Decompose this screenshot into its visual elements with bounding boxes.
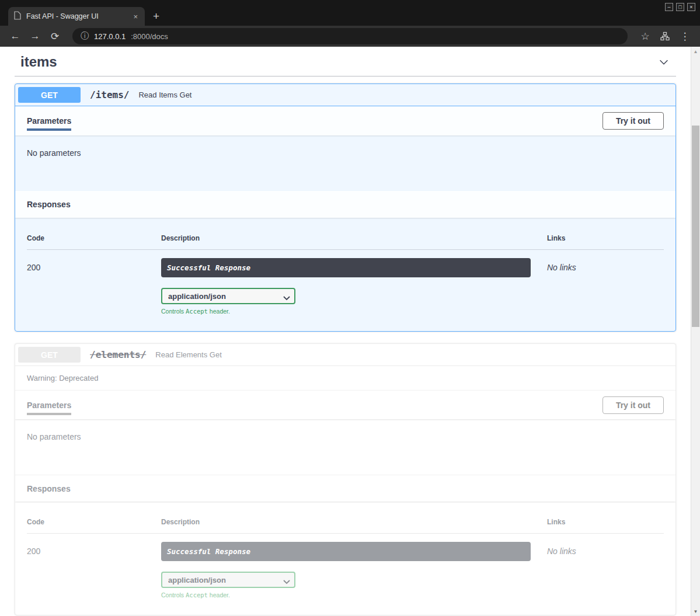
media-type-select[interactable]: application/json: [161, 288, 295, 304]
section-collapse-chevron-icon[interactable]: [657, 55, 670, 68]
accept-note-prefix: Controls: [161, 591, 186, 598]
page-viewport: items GET /items/ Read Items Get Paramet…: [0, 47, 691, 616]
operation-summary[interactable]: GET /elements/ Read Elements Get: [15, 344, 675, 366]
accept-note-code: Accept: [186, 308, 208, 315]
responses-table-header: Code Description Links: [27, 513, 664, 534]
responses-title: Responses: [27, 484, 71, 493]
response-links: No links: [547, 542, 664, 598]
responses-title: Responses: [27, 200, 71, 209]
url-path: :8000/docs: [131, 32, 168, 41]
links-column-header: Links: [547, 234, 664, 242]
operation-summary-text: Read Items Get: [138, 91, 191, 99]
try-it-out-button[interactable]: Try it out: [603, 112, 664, 130]
scrollbar-thumb[interactable]: [692, 126, 699, 327]
response-row: 200 Successful Response application/json…: [27, 250, 664, 315]
responses-header: Responses: [15, 191, 675, 218]
maximize-button[interactable]: □: [676, 3, 684, 11]
try-it-out-button[interactable]: Try it out: [603, 396, 664, 414]
browser-chrome: Fast API - Swagger UI × + – □ × ← → ⟳ ⓘ …: [0, 0, 700, 47]
code-column-header: Code: [27, 234, 161, 242]
tag-title: items: [20, 54, 57, 70]
description-column-header: Description: [161, 518, 547, 526]
accept-note-prefix: Controls: [161, 308, 186, 315]
site-info-icon[interactable]: ⓘ: [81, 31, 89, 41]
back-button[interactable]: ←: [7, 28, 23, 44]
operation-path: /elements/: [86, 349, 149, 360]
reload-button[interactable]: ⟳: [47, 28, 63, 44]
scroll-down-icon[interactable]: ▼: [691, 607, 700, 616]
response-links: No links: [547, 258, 664, 315]
parameters-tab[interactable]: Parameters: [27, 116, 71, 126]
response-description: Successful Response: [161, 542, 531, 561]
minimize-button[interactable]: –: [665, 3, 673, 11]
scroll-up-icon[interactable]: ▲: [691, 47, 700, 56]
no-parameters-text: No parameters: [15, 135, 675, 191]
page-favicon-icon: [14, 11, 21, 22]
tab-strip: Fast API - Swagger UI × + – □ ×: [0, 0, 700, 26]
tab-title: Fast API - Swagger UI: [26, 12, 127, 20]
parameters-header: Parameters Try it out: [15, 390, 675, 419]
links-column-header: Links: [547, 518, 664, 526]
browser-tab[interactable]: Fast API - Swagger UI ×: [8, 7, 145, 26]
response-code: 200: [27, 258, 161, 315]
accept-note-code: Accept: [186, 591, 208, 598]
accept-note-suffix: header.: [208, 591, 230, 598]
forward-button[interactable]: →: [27, 28, 43, 44]
responses-table: Code Description Links 200 Successful Re…: [15, 502, 675, 615]
accept-header-note: Controls Accept header.: [161, 308, 547, 315]
close-button[interactable]: ×: [687, 3, 695, 11]
accept-header-note: Controls Accept header.: [161, 591, 547, 598]
code-column-header: Code: [27, 518, 161, 526]
tag-section-header[interactable]: items: [15, 47, 676, 76]
vertical-scrollbar[interactable]: ▲ ▼: [691, 47, 700, 616]
accept-note-suffix: header.: [208, 308, 230, 315]
response-code: 200: [27, 542, 161, 598]
responses-header: Responses: [15, 475, 675, 502]
tab-close-button[interactable]: ×: [132, 12, 139, 21]
http-method-badge: GET: [18, 87, 81, 103]
deprecated-warning: Warning: Deprecated: [15, 366, 675, 390]
http-method-badge: GET: [18, 347, 81, 363]
menu-button[interactable]: ⋮: [677, 28, 693, 44]
media-type-select[interactable]: application/json: [161, 572, 295, 588]
address-bar[interactable]: ⓘ 127.0.0.1:8000/docs: [72, 28, 628, 44]
operation-get-elements-deprecated: GET /elements/ Read Elements Get Warning…: [15, 343, 676, 615]
url-host: 127.0.0.1: [94, 32, 126, 41]
operation-get-items: GET /items/ Read Items Get Parameters Tr…: [15, 83, 676, 332]
no-parameters-text: No parameters: [15, 419, 675, 475]
operation-summary-text: Read Elements Get: [155, 350, 221, 359]
new-tab-button[interactable]: +: [153, 11, 159, 22]
description-column-header: Description: [161, 234, 547, 242]
responses-table-header: Code Description Links: [27, 229, 664, 250]
parameters-header: Parameters Try it out: [15, 106, 675, 135]
window-controls: – □ ×: [665, 3, 695, 11]
response-description: Successful Response: [161, 258, 531, 277]
tab-tree-icon[interactable]: [657, 28, 673, 44]
operation-summary[interactable]: GET /items/ Read Items Get: [15, 84, 675, 106]
bookmark-star-icon[interactable]: ☆: [637, 28, 653, 44]
parameters-tab[interactable]: Parameters: [27, 401, 71, 410]
operation-path: /items/: [86, 89, 133, 100]
response-row: 200 Successful Response application/json…: [27, 534, 664, 598]
responses-table: Code Description Links 200 Successful Re…: [15, 218, 675, 331]
browser-toolbar: ← → ⟳ ⓘ 127.0.0.1:8000/docs ☆ ⋮: [0, 26, 700, 47]
